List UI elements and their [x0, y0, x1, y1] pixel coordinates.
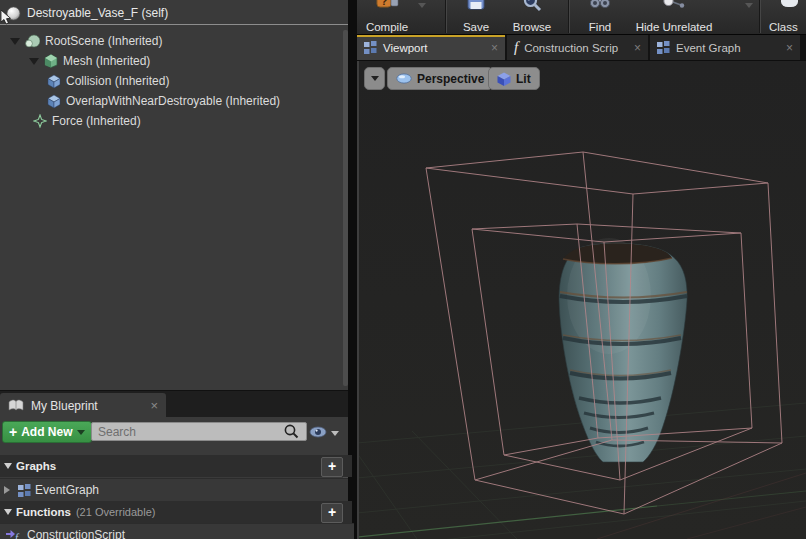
- viewport-scene: [359, 61, 806, 539]
- component-root-row[interactable]: Destroyable_Vase_F (self): [0, 2, 348, 25]
- tree-item-label: RootScene (Inherited): [45, 34, 162, 48]
- expander-icon[interactable]: [29, 58, 39, 65]
- hide-unrelated-button[interactable]: Hide Unrelated: [628, 0, 720, 35]
- radial-force-icon: [33, 114, 47, 128]
- lit-label: Lit: [516, 72, 531, 86]
- list-item-label: ConstructionScript: [27, 528, 125, 539]
- chevron-down-icon: [77, 430, 85, 435]
- add-function-button[interactable]: +: [321, 503, 343, 523]
- find-button[interactable]: Find: [578, 0, 622, 35]
- blueprint-editor-main: ? Compile Save Browse: [357, 0, 806, 539]
- search-input[interactable]: [91, 422, 307, 441]
- list-item-label: EventGraph: [35, 483, 99, 497]
- tree-item-label: OverlapWithNearDestroyable (Inherited): [66, 94, 280, 108]
- tab-label: Construction Scrip: [524, 42, 618, 54]
- close-icon[interactable]: ×: [491, 42, 498, 54]
- overridable-count: (21 Overridable): [76, 506, 155, 518]
- save-label: Save: [463, 21, 489, 33]
- event-graph-icon: [18, 484, 31, 497]
- vase-mesh: [559, 238, 687, 462]
- add-new-label: Add New: [21, 425, 72, 439]
- viewport-tab-icon: [364, 41, 377, 54]
- collapse-icon: [4, 463, 12, 469]
- list-item-constructionscript[interactable]: f ConstructionScript: [0, 523, 354, 539]
- expander-icon[interactable]: [10, 38, 20, 45]
- perspective-button[interactable]: Perspective: [387, 67, 493, 90]
- mouse-cursor: [1, 10, 12, 25]
- components-panel: Destroyable_Vase_F (self) RootScene (Inh…: [0, 0, 348, 539]
- browse-label: Browse: [513, 21, 551, 33]
- toolbar-divider: [568, 0, 570, 33]
- lit-mode-button[interactable]: Lit: [488, 67, 540, 90]
- tab-viewport[interactable]: Viewport ×: [357, 35, 505, 60]
- book-icon: [8, 399, 24, 412]
- my-blueprint-toolbar: + Add New: [0, 417, 348, 455]
- tab-my-blueprint[interactable]: My Blueprint ×: [0, 393, 166, 418]
- viewport-3d[interactable]: Perspective Lit: [357, 61, 806, 539]
- search-icon: [283, 423, 300, 440]
- function-override-icon: f: [6, 529, 23, 539]
- editor-toolbar: ? Compile Save Browse: [357, 0, 806, 35]
- compile-label: Compile: [366, 21, 408, 33]
- tab-label: Event Graph: [676, 42, 741, 54]
- tree-item-mesh[interactable]: Mesh (Inherited): [0, 51, 340, 71]
- components-scrollbar[interactable]: [343, 30, 348, 386]
- perspective-label: Perspective: [417, 72, 484, 86]
- save-icon: [467, 0, 485, 11]
- compile-button[interactable]: ? Compile: [359, 0, 415, 35]
- hide-unrelated-chevron-icon[interactable]: [745, 3, 753, 8]
- chevron-down-icon[interactable]: [331, 431, 339, 436]
- tab-label: My Blueprint: [31, 399, 98, 413]
- tree-item-label: Mesh (Inherited): [63, 54, 150, 68]
- perspective-icon: [396, 73, 412, 84]
- add-graph-button[interactable]: +: [321, 457, 343, 477]
- class-settings-label: Class: [769, 21, 798, 33]
- section-label: Functions: [16, 506, 71, 518]
- class-settings-button[interactable]: Class: [769, 0, 806, 35]
- hide-unrelated-icon: [662, 0, 686, 10]
- tree-item-overlap[interactable]: OverlapWithNearDestroyable (Inherited): [0, 91, 340, 111]
- section-graphs[interactable]: Graphs +: [0, 455, 352, 477]
- document-tabbar: Viewport × f Construction Scrip × Event …: [357, 35, 806, 60]
- tab-label: Viewport: [383, 42, 428, 54]
- static-mesh-icon: [44, 54, 58, 68]
- tree-item-label: Collision (Inherited): [66, 74, 169, 88]
- list-item-eventgraph[interactable]: EventGraph: [0, 478, 348, 501]
- tab-construction-script[interactable]: f Construction Scrip ×: [507, 35, 648, 60]
- close-icon[interactable]: ×: [150, 399, 158, 412]
- section-functions[interactable]: Functions (21 Overridable) +: [0, 501, 352, 523]
- browse-button[interactable]: Browse: [502, 0, 562, 35]
- collapse-icon: [4, 509, 12, 515]
- close-icon[interactable]: ×: [634, 42, 641, 54]
- save-button[interactable]: Save: [454, 0, 498, 35]
- box-collision-icon: [47, 74, 61, 88]
- tree-item-collision[interactable]: Collision (Inherited): [0, 71, 340, 91]
- component-root-label: Destroyable_Vase_F (self): [27, 6, 168, 20]
- event-graph-tab-icon: [657, 41, 670, 54]
- plus-icon: +: [9, 425, 17, 439]
- add-new-button[interactable]: + Add New: [2, 421, 92, 443]
- find-label: Find: [589, 21, 611, 33]
- eye-filter-icon[interactable]: [309, 426, 328, 438]
- lit-cube-icon: [497, 72, 511, 86]
- chevron-down-icon: [371, 76, 379, 81]
- unreal-blueprint-editor: { "components_panel": { "root_label": "D…: [0, 0, 806, 539]
- tab-event-graph[interactable]: Event Graph ×: [650, 35, 800, 60]
- compile-options-chevron-icon[interactable]: [418, 3, 426, 8]
- toolbar-divider: [445, 0, 447, 33]
- browse-icon: [522, 0, 542, 12]
- tree-item-force[interactable]: Force (Inherited): [0, 111, 340, 131]
- find-icon: [590, 0, 610, 10]
- svg-text:?: ?: [381, 0, 388, 7]
- compile-icon: ?: [375, 0, 399, 12]
- section-label: Graphs: [16, 460, 56, 472]
- expander-icon[interactable]: [4, 486, 10, 494]
- tree-item-label: Force (Inherited): [52, 114, 141, 128]
- tree-item-rootscene[interactable]: RootScene (Inherited): [0, 31, 340, 51]
- box-collision-icon: [47, 94, 61, 108]
- toolbar-divider: [759, 0, 761, 33]
- viewport-options-button[interactable]: [364, 67, 385, 90]
- svg-text:f: f: [15, 531, 20, 539]
- close-icon[interactable]: ×: [786, 42, 793, 54]
- scene-component-icon: [25, 34, 40, 48]
